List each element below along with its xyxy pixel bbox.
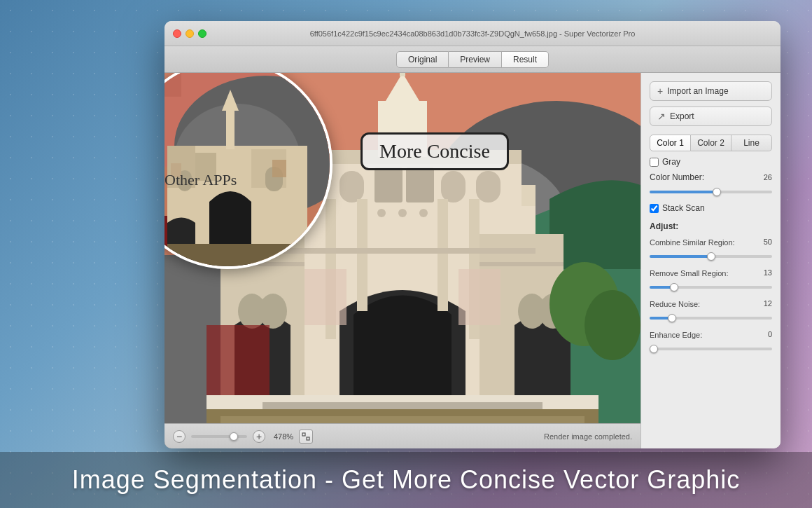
svg-rect-35: [304, 269, 346, 325]
zoom-minus-button[interactable]: −: [173, 430, 186, 443]
combine-thumb: [707, 252, 715, 261]
combine-slider[interactable]: [650, 255, 772, 258]
canvas-area: Other APPs More Concise − + 478% Render …: [164, 73, 640, 448]
svg-rect-17: [476, 171, 500, 202]
svg-point-38: [398, 209, 407, 217]
color-number-row: Color Number: 26: [650, 172, 772, 182]
svg-rect-21: [357, 199, 368, 311]
gray-label: Gray: [662, 157, 680, 167]
svg-point-32: [259, 294, 287, 329]
maximize-button[interactable]: [198, 29, 206, 38]
combine-label-row: Combine Similar Region: 50: [650, 237, 772, 247]
color-number-slider-row: [650, 186, 772, 198]
status-text: Render image completed.: [544, 432, 632, 441]
svg-rect-30: [220, 416, 584, 423]
stack-scan-checkbox[interactable]: [650, 204, 659, 213]
svg-rect-18: [374, 167, 402, 202]
traffic-lights: [173, 29, 206, 38]
enhance-slider[interactable]: [650, 348, 772, 350]
minimize-button[interactable]: [186, 29, 194, 38]
more-concise-label: More Concise: [360, 132, 509, 170]
export-icon: ↗: [657, 111, 666, 122]
gray-checkbox-row[interactable]: Gray: [650, 157, 772, 167]
window-title: 6ff056f1c422c9f15c9ec2434ca08b863d1d0b73…: [310, 29, 636, 38]
combine-section: Combine Similar Region: 50: [650, 237, 772, 262]
fit-button[interactable]: [299, 430, 313, 444]
import-label: Import an Image: [667, 86, 728, 96]
svg-rect-19: [406, 167, 434, 202]
gray-checkbox[interactable]: [650, 158, 659, 167]
enhance-value: 0: [768, 330, 772, 338]
close-button[interactable]: [173, 29, 181, 38]
remove-slider[interactable]: [650, 286, 772, 289]
title-bar: 6ff056f1c422c9f15c9ec2434ca08b863d1d0b73…: [164, 21, 780, 46]
reduce-thumb: [668, 314, 676, 322]
enhance-slider-row: [650, 343, 772, 355]
reduce-label-row: Reduce Noise: 12: [650, 298, 772, 308]
color-number-fill: [650, 191, 717, 193]
zoom-percent: 478%: [274, 432, 293, 441]
reduce-slider-row: [650, 313, 772, 324]
color-number-section: Color Number: 26: [650, 172, 772, 198]
svg-point-37: [377, 209, 386, 217]
bottom-bar: − + 478% Render image completed.: [164, 423, 640, 448]
color-tabs: Color 1 Color 2 Line: [650, 135, 772, 151]
svg-rect-22: [438, 199, 448, 311]
color-tab-line[interactable]: Line: [732, 135, 772, 151]
zoom-slider[interactable]: [191, 435, 247, 438]
svg-rect-13: [400, 73, 405, 76]
enhance-label-row: Enhance Edge: 0: [650, 329, 772, 339]
remove-label: Remove Small Region:: [650, 269, 729, 277]
svg-point-39: [419, 209, 428, 217]
zoom-slider-thumb: [230, 432, 238, 441]
bottom-headline: Image Segmentation - Get More Concise Ve…: [0, 452, 812, 508]
svg-rect-36: [458, 269, 500, 325]
combine-slider-row: [650, 251, 772, 262]
toolbar: Original Preview Result: [164, 46, 780, 73]
combine-fill: [650, 255, 711, 258]
remove-label-row: Remove Small Region: 13: [650, 268, 772, 277]
combine-label: Combine Similar Region:: [650, 238, 735, 247]
combine-value: 50: [764, 238, 772, 246]
reduce-value: 12: [764, 299, 772, 308]
gray-section: Gray: [650, 157, 772, 167]
color-number-slider[interactable]: [650, 191, 772, 193]
tab-result[interactable]: Result: [502, 51, 549, 68]
color-number-thumb: [713, 188, 721, 196]
enhance-label: Enhance Edge:: [650, 331, 702, 339]
reduce-slider[interactable]: [650, 317, 772, 320]
color-tab-2[interactable]: Color 2: [691, 135, 732, 151]
svg-rect-58: [302, 433, 305, 436]
remove-value: 13: [764, 268, 772, 277]
tab-original[interactable]: Original: [396, 51, 449, 68]
svg-rect-57: [272, 160, 286, 177]
svg-rect-59: [307, 437, 309, 440]
svg-rect-15: [340, 171, 364, 202]
zoom-plus-button[interactable]: +: [253, 430, 265, 443]
stack-scan-row[interactable]: Stack Scan: [650, 203, 772, 213]
remove-section: Remove Small Region: 13: [650, 268, 772, 293]
svg-rect-24: [270, 248, 536, 254]
color-number-value: 26: [764, 173, 772, 181]
tab-preview[interactable]: Preview: [449, 51, 502, 68]
svg-point-41: [584, 290, 640, 360]
remove-slider-row: [650, 282, 772, 293]
enhance-thumb: [650, 345, 658, 353]
headline-text: Image Segmentation - Get More Concise Ve…: [72, 465, 740, 495]
import-button[interactable]: + Import an Image: [650, 81, 772, 101]
adjust-label: Adjust:: [650, 221, 772, 231]
export-label: Export: [670, 111, 694, 121]
app-window: 6ff056f1c422c9f15c9ec2434ca08b863d1d0b73…: [164, 21, 780, 448]
other-apps-label: Other APPs: [164, 171, 237, 189]
reduce-label: Reduce Noise:: [650, 300, 700, 308]
svg-rect-16: [441, 171, 465, 202]
remove-thumb: [670, 283, 678, 291]
building-illustration: Other APPs More Concise: [164, 73, 640, 423]
export-button[interactable]: ↗ Export: [650, 107, 772, 126]
right-panel: + Import an Image ↗ Export Color 1 Color…: [640, 73, 780, 448]
enhance-section: Enhance Edge: 0: [650, 329, 772, 355]
import-icon: +: [657, 85, 663, 97]
color-tab-1[interactable]: Color 1: [650, 135, 691, 151]
stack-scan-section: Stack Scan: [650, 203, 772, 213]
color-number-label: Color Number:: [650, 172, 704, 182]
